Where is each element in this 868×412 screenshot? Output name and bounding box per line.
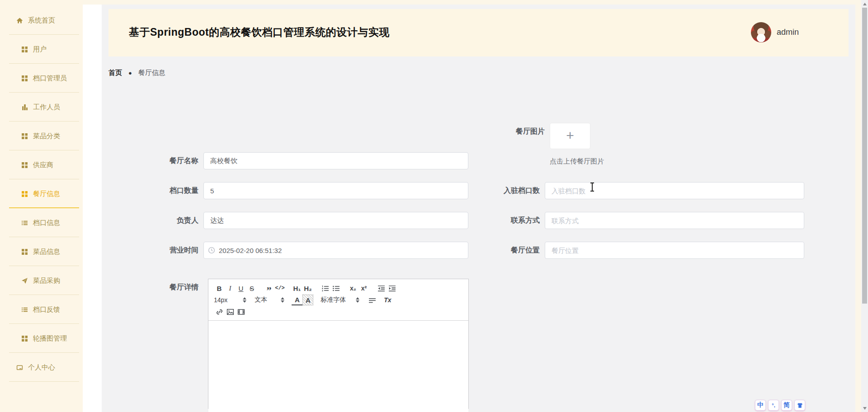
page-title: 基于SpringBoot的高校餐饮档口管理系统的设计与实现 xyxy=(129,25,390,39)
sidebar-item-label: 轮播图管理 xyxy=(33,334,67,343)
sidebar-item-label: 系统首页 xyxy=(28,16,55,25)
link-icon[interactable] xyxy=(214,306,225,317)
business-time-row: 营业时间 xyxy=(113,242,468,259)
sidebar-item-icon xyxy=(16,364,24,371)
header2-button[interactable]: H₂ xyxy=(302,283,313,294)
occupied-stalls-input[interactable] xyxy=(545,182,804,199)
updown-caret-icon xyxy=(356,297,359,303)
location-label: 餐厅位置 xyxy=(497,246,545,255)
contact-label: 联系方式 xyxy=(497,216,545,225)
contact-row: 联系方式 xyxy=(497,212,804,229)
sidebar-item[interactable]: 轮播图管理 xyxy=(0,324,83,353)
plus-icon: + xyxy=(566,129,574,142)
header1-button[interactable]: H₁ xyxy=(292,283,302,294)
manager-input[interactable] xyxy=(203,212,468,229)
sidebar-item[interactable]: 个人中心 xyxy=(0,353,83,382)
strikethrough-button[interactable]: S xyxy=(246,283,257,294)
sidebar-item[interactable]: 工作人员 xyxy=(0,93,83,122)
font-size-picker[interactable]: 14px xyxy=(214,296,246,304)
font-family-value: 标准字体 xyxy=(321,296,346,304)
sidebar-item-label: 供应商 xyxy=(33,161,53,169)
business-time-input[interactable] xyxy=(203,242,468,259)
ordered-list-icon[interactable] xyxy=(320,283,330,294)
font-size-value: 14px xyxy=(214,296,227,304)
code-button[interactable]: </> xyxy=(274,283,285,294)
scrollbar-thumb[interactable] xyxy=(862,8,867,304)
ime-toolbar: 中 °, 简 xyxy=(755,400,805,411)
sidebar-main-gutter xyxy=(83,5,102,412)
scrollbar[interactable] xyxy=(861,0,868,412)
sidebar-item[interactable]: 档口反馈 xyxy=(0,295,83,324)
sidebar-item-icon xyxy=(21,190,28,197)
updown-caret-icon xyxy=(281,297,284,303)
sidebar: 系统首页 用户 xyxy=(0,0,83,412)
sidebar-item[interactable]: 菜品分类 xyxy=(0,122,83,150)
sidebar-item-icon xyxy=(21,132,28,140)
subscript-button[interactable]: x₂ xyxy=(348,283,359,294)
breadcrumb: 首页 ● 餐厅信息 xyxy=(108,69,165,77)
contact-input[interactable] xyxy=(545,212,804,229)
text-color-button[interactable]: A xyxy=(292,295,302,305)
breadcrumb-current: 餐厅信息 xyxy=(138,69,165,77)
stall-count-label: 档口数量 xyxy=(113,186,203,196)
sidebar-item[interactable]: 用户 xyxy=(0,35,83,64)
mouse-cursor xyxy=(590,183,594,192)
image-icon[interactable] xyxy=(225,306,236,317)
highlight-color-button[interactable]: A xyxy=(302,295,313,305)
occupied-stalls-row: 入驻档口数 xyxy=(497,182,804,199)
indent-icon[interactable] xyxy=(387,283,397,294)
image-upload-box[interactable]: + xyxy=(550,123,590,149)
manager-row: 负责人 xyxy=(113,212,468,229)
paragraph-value: 文本 xyxy=(255,296,267,304)
rich-text-editor: B I U S ” </> H₁ H₂ x₂ x² xyxy=(208,279,469,409)
sidebar-item-label: 菜品采购 xyxy=(33,276,60,285)
user-menu[interactable]: admin xyxy=(751,17,799,47)
restaurant-name-input[interactable] xyxy=(203,152,468,169)
sidebar-item-label: 工作人员 xyxy=(33,103,60,112)
font-family-picker[interactable]: 标准字体 xyxy=(321,296,359,304)
sidebar-item[interactable]: 菜品采购 xyxy=(0,266,83,295)
sidebar-item-label: 用户 xyxy=(33,45,47,54)
clear-format-button[interactable]: Tx xyxy=(382,295,393,305)
editor-content[interactable] xyxy=(208,321,468,412)
occupied-stalls-label: 入驻档口数 xyxy=(497,186,545,196)
sidebar-item-icon xyxy=(21,277,28,284)
avatar[interactable] xyxy=(751,22,771,42)
bold-button[interactable]: B xyxy=(214,283,225,294)
bullet-list-icon[interactable] xyxy=(330,283,341,294)
sidebar-item-icon xyxy=(21,248,28,255)
ime-punctuation-button[interactable]: °, xyxy=(768,400,779,411)
sidebar-item-icon xyxy=(21,306,28,313)
stall-count-row: 档口数量 xyxy=(113,182,468,199)
ime-simplified-button[interactable]: 简 xyxy=(781,400,792,411)
stall-count-input[interactable] xyxy=(203,182,468,199)
sidebar-item[interactable]: 餐厅信息 xyxy=(0,179,83,208)
outdent-icon[interactable] xyxy=(376,283,387,294)
paragraph-picker[interactable]: 文本 xyxy=(255,296,284,304)
sidebar-item-label: 餐厅信息 xyxy=(33,190,60,198)
sidebar-item-label: 菜品信息 xyxy=(33,248,60,256)
restaurant-name-label: 餐厅名称 xyxy=(113,156,203,166)
video-icon[interactable] xyxy=(236,306,246,317)
scrollbar-down-button[interactable] xyxy=(863,407,867,410)
breadcrumb-home[interactable]: 首页 xyxy=(108,69,122,77)
sidebar-item[interactable]: 菜品信息 xyxy=(0,237,83,266)
restaurant-name-row: 餐厅名称 xyxy=(113,152,468,169)
sidebar-item[interactable]: 系统首页 xyxy=(0,6,83,35)
underline-button[interactable]: U xyxy=(236,283,246,294)
blockquote-button[interactable]: ” xyxy=(264,283,274,294)
sidebar-item[interactable]: 档口管理员 xyxy=(0,64,83,93)
sidebar-item-icon xyxy=(21,219,28,226)
detail-label: 餐厅详情 xyxy=(113,283,203,292)
header-band: 基于SpringBoot的高校餐饮档口管理系统的设计与实现 admin xyxy=(108,9,849,56)
sidebar-item-icon xyxy=(21,46,28,53)
ime-skin-icon[interactable] xyxy=(794,400,805,411)
align-icon[interactable] xyxy=(367,295,377,305)
superscript-button[interactable]: x² xyxy=(359,283,369,294)
ime-language-button[interactable]: 中 xyxy=(755,400,766,411)
location-input[interactable] xyxy=(545,242,804,259)
sidebar-item[interactable]: 供应商 xyxy=(0,150,83,179)
scrollbar-up-button[interactable] xyxy=(863,3,867,5)
sidebar-item[interactable]: 档口信息 xyxy=(0,208,83,237)
italic-button[interactable]: I xyxy=(225,283,236,294)
